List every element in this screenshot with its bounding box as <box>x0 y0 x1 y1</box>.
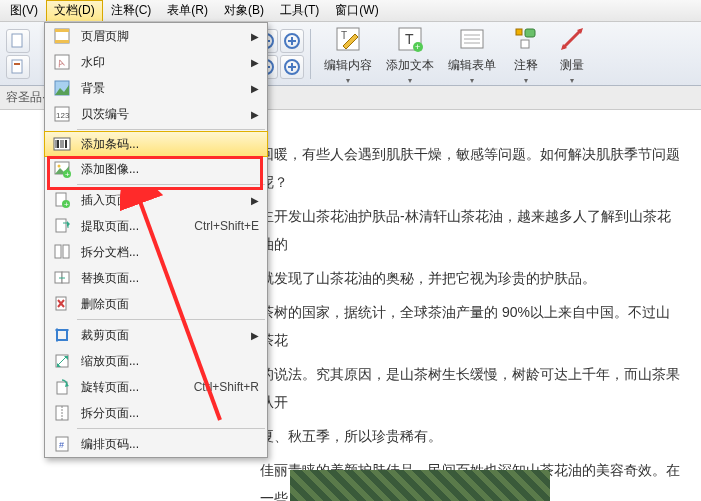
toolbar-button-label: 编辑表单 <box>448 57 496 74</box>
chevron-down-icon: ▾ <box>470 76 474 85</box>
insert-page-icon: + <box>49 189 75 211</box>
strip-text: 容圣品· <box>6 89 45 106</box>
chevron-right-icon: ▶ <box>251 31 259 42</box>
split-doc-icon <box>49 241 75 263</box>
page-number-icon: # <box>49 433 75 455</box>
menu-item-label: 拆分页面... <box>81 405 259 422</box>
header-footer-icon <box>49 25 75 47</box>
document-paragraph: 主开发山茶花油护肤品-林清轩山茶花油，越来越多人了解到山茶花油的 <box>260 202 681 258</box>
menu-item[interactable]: 窗口(W) <box>327 0 386 21</box>
chevron-down-icon: ▾ <box>408 76 412 85</box>
menu-item[interactable]: 文档(D) <box>46 0 103 21</box>
menu-item[interactable]: 工具(T) <box>272 0 327 21</box>
svg-rect-61 <box>57 330 67 340</box>
menu-item[interactable]: 图(V) <box>2 0 46 21</box>
replace-page-icon <box>49 267 75 289</box>
svg-rect-30 <box>55 29 69 32</box>
toolbar-separator <box>310 29 311 79</box>
toolbar-add-text-button[interactable]: T+添加文本▾ <box>379 20 441 88</box>
svg-text:123: 123 <box>56 111 70 120</box>
menu-item-label: 编排页码... <box>81 436 259 453</box>
menu-item-label: 提取页面... <box>81 218 186 235</box>
bates-icon: 123 <box>49 103 75 125</box>
svg-rect-68 <box>57 382 67 394</box>
extract-page-icon <box>49 215 75 237</box>
comment-icon <box>510 23 542 55</box>
svg-text:+: + <box>64 200 69 209</box>
chevron-right-icon: ▶ <box>251 195 259 206</box>
svg-text:#: # <box>59 440 64 450</box>
menu-item-label: 删除页面 <box>81 296 259 313</box>
menu-item-watermark[interactable]: A水印▶ <box>45 49 267 75</box>
menu-item-label: 插入页面 <box>81 192 251 209</box>
toolbar-edit-form-button[interactable]: 编辑表单▾ <box>441 20 503 88</box>
menu-item-label: 贝茨编号 <box>81 106 251 123</box>
svg-text:+: + <box>65 170 70 178</box>
rotate-page-icon <box>49 376 75 398</box>
chevron-down-icon: ▾ <box>570 76 574 85</box>
crop-page-icon <box>49 324 75 346</box>
svg-rect-2 <box>14 63 20 65</box>
svg-rect-31 <box>55 40 69 43</box>
menu-item-crop-page[interactable]: 裁剪页面▶ <box>45 322 267 348</box>
menu-item-extract-page[interactable]: 提取页面...Ctrl+Shift+E <box>45 213 267 239</box>
document-paragraph: 茶树的国家，据统计，全球茶油产量的 90%以上来自中国。不过山茶花 <box>260 298 681 354</box>
barcode-icon <box>49 133 75 155</box>
toolbar-small-button[interactable] <box>6 29 30 53</box>
menu-item-split-page[interactable]: 拆分页面... <box>45 400 267 426</box>
menu-item-delete-page[interactable]: 删除页面 <box>45 291 267 317</box>
page-icon <box>9 58 27 76</box>
document-paragraph: 就发现了山茶花油的奥秘，并把它视为珍贵的护肤品。 <box>260 264 681 292</box>
menu-separator <box>77 319 265 320</box>
toolbar-small-button[interactable] <box>6 55 30 79</box>
edit-form-icon <box>456 23 488 55</box>
menu-item-add-image[interactable]: +添加图像... <box>45 156 267 182</box>
chevron-right-icon: ▶ <box>251 109 259 120</box>
menu-item[interactable]: 注释(C) <box>103 0 160 21</box>
menu-item-label: 添加图像... <box>81 161 259 178</box>
toolbar-comment-button[interactable]: 注释▾ <box>503 20 549 88</box>
menu-item-bates[interactable]: 123贝茨编号▶ <box>45 101 267 127</box>
menu-item-replace-page[interactable]: 替换页面... <box>45 265 267 291</box>
menu-separator <box>77 184 265 185</box>
svg-text:+: + <box>415 42 420 52</box>
add-image-icon: + <box>49 158 75 180</box>
toolbar-button-label: 测量 <box>560 57 584 74</box>
menu-item-page-number[interactable]: #编排页码... <box>45 431 267 457</box>
zoom-in-button[interactable] <box>280 29 304 53</box>
menu-item-split-doc[interactable]: 拆分文档... <box>45 239 267 265</box>
menu-item-label: 页眉页脚 <box>81 28 251 45</box>
svg-rect-23 <box>516 29 522 35</box>
chevron-right-icon: ▶ <box>251 57 259 68</box>
document-paragraph: 回暖，有些人会遇到肌肤干燥，敏感等问题。如何解决肌肤季节问题呢？ <box>260 140 681 196</box>
menu-item-header-footer[interactable]: 页眉页脚▶ <box>45 23 267 49</box>
menu-item-label: 替换页面... <box>81 270 259 287</box>
delete-page-icon <box>49 293 75 315</box>
zoom-in-alt-button[interactable] <box>280 55 304 79</box>
menu-shortcut: Ctrl+Shift+R <box>194 380 259 394</box>
svg-rect-0 <box>12 34 22 47</box>
menu-item-label: 添加条码... <box>81 136 259 153</box>
menu-item-background[interactable]: 背景▶ <box>45 75 267 101</box>
menu-item-scale-page[interactable]: 缩放页面... <box>45 348 267 374</box>
edit-content-icon: T <box>332 23 364 55</box>
svg-rect-52 <box>56 219 66 232</box>
menu-item-insert-page[interactable]: +插入页面▶ <box>45 187 267 213</box>
chevron-right-icon: ▶ <box>251 83 259 94</box>
page-icon <box>9 32 27 50</box>
menu-separator <box>77 129 265 130</box>
toolbar-edit-content-button[interactable]: T编辑内容▾ <box>317 20 379 88</box>
background-icon <box>49 77 75 99</box>
menu-item-rotate-page[interactable]: 旋转页面...Ctrl+Shift+R <box>45 374 267 400</box>
menu-item[interactable]: 表单(R) <box>159 0 216 21</box>
menu-item[interactable]: 对象(B) <box>216 0 272 21</box>
chevron-right-icon: ▶ <box>251 330 259 341</box>
toolbar-measure-button[interactable]: 测量▾ <box>549 20 595 88</box>
svg-rect-1 <box>12 60 22 73</box>
menu-item-barcode[interactable]: 添加条码... <box>44 131 268 157</box>
document-image-placeholder <box>290 470 550 501</box>
toolbar-button-label: 添加文本 <box>386 57 434 74</box>
measure-icon <box>556 23 588 55</box>
menu-item-label: 背景 <box>81 80 251 97</box>
svg-text:T: T <box>405 31 414 47</box>
